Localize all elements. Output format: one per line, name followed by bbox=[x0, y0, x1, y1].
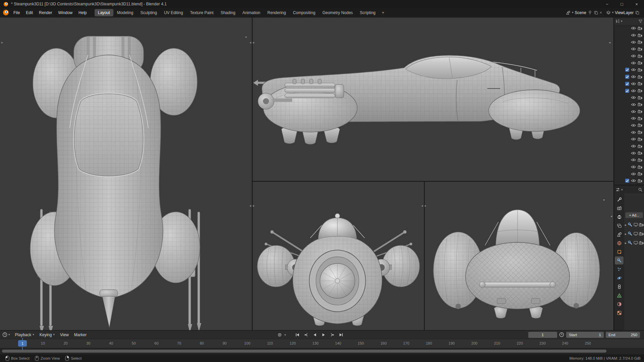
timeline-menu-keying[interactable]: Keying▾ bbox=[37, 331, 57, 339]
outliner-row[interactable] bbox=[614, 108, 644, 115]
minimize-button[interactable]: − bbox=[600, 0, 614, 8]
area-corner-arrow[interactable]: ▸ bbox=[253, 41, 255, 44]
camera-icon[interactable] bbox=[638, 26, 642, 30]
render-toggle-icon[interactable] bbox=[639, 232, 644, 236]
tab-modeling[interactable]: Modeling bbox=[114, 9, 137, 16]
tab-layout[interactable]: Layout bbox=[95, 9, 113, 16]
tab-geometry-nodes[interactable]: Geometry Nodes bbox=[319, 9, 356, 16]
add-modifier-button[interactable]: + Ad... bbox=[625, 212, 643, 218]
viewport-back-view[interactable] bbox=[425, 182, 613, 330]
outliner-row[interactable] bbox=[614, 122, 644, 129]
camera-icon[interactable] bbox=[638, 123, 642, 127]
camera-icon[interactable] bbox=[638, 40, 642, 44]
camera-icon[interactable] bbox=[638, 75, 642, 79]
camera-icon[interactable] bbox=[638, 68, 642, 72]
render-toggle-icon[interactable] bbox=[639, 223, 644, 227]
blender-logo-icon[interactable] bbox=[3, 9, 9, 16]
eye-icon[interactable] bbox=[631, 89, 636, 93]
tab-scripting[interactable]: Scripting bbox=[357, 9, 379, 16]
tab-rendering[interactable]: Rendering bbox=[264, 9, 289, 16]
tab-texture-paint[interactable]: Texture Paint bbox=[187, 9, 217, 16]
outliner-row[interactable] bbox=[614, 73, 644, 80]
outliner-row[interactable] bbox=[614, 177, 644, 184]
expand-chevron-icon[interactable]: ▸ bbox=[625, 232, 627, 236]
outliner-row[interactable] bbox=[614, 66, 644, 73]
filter-icon[interactable] bbox=[638, 19, 643, 23]
outliner-row[interactable] bbox=[614, 101, 644, 108]
tab-sculpting[interactable]: Sculpting bbox=[137, 9, 160, 16]
timeline-menu-playback[interactable]: Playback▾ bbox=[12, 331, 37, 339]
eye-icon[interactable] bbox=[631, 54, 636, 58]
properties-tab-output[interactable] bbox=[615, 213, 624, 221]
properties-tab-world[interactable] bbox=[615, 239, 624, 247]
eye-icon[interactable] bbox=[631, 158, 636, 162]
camera-icon[interactable] bbox=[638, 144, 642, 148]
camera-icon[interactable] bbox=[638, 151, 642, 155]
outliner-row[interactable] bbox=[614, 53, 644, 60]
eye-icon[interactable] bbox=[631, 34, 636, 37]
eye-icon[interactable] bbox=[631, 165, 636, 169]
properties-tab-constraints[interactable] bbox=[615, 283, 624, 291]
close-button[interactable]: × bbox=[629, 0, 644, 8]
modifier-row[interactable]: ▸ bbox=[624, 229, 644, 238]
viewport-side-view[interactable] bbox=[253, 17, 613, 181]
outliner-row[interactable] bbox=[614, 157, 644, 164]
outliner-checkbox[interactable] bbox=[625, 82, 629, 86]
play-button[interactable] bbox=[319, 331, 327, 338]
jump-to-end-button[interactable] bbox=[337, 331, 345, 338]
outliner-row[interactable] bbox=[614, 129, 644, 136]
outliner-row[interactable] bbox=[614, 87, 644, 94]
tab-compositing[interactable]: Compositing bbox=[289, 9, 319, 16]
timeline-ruler[interactable]: 1 11020304050607080901001101201301401501… bbox=[0, 339, 644, 348]
eye-icon[interactable] bbox=[631, 137, 636, 141]
outliner-row[interactable] bbox=[614, 136, 644, 143]
timeline-scrollbar[interactable] bbox=[2, 350, 606, 353]
properties-tab-physics[interactable] bbox=[615, 274, 624, 282]
outliner-row[interactable] bbox=[614, 59, 644, 66]
eye-icon[interactable] bbox=[631, 124, 636, 127]
area-corner-arrow[interactable]: ◂ bbox=[250, 204, 251, 207]
auto-keying-button[interactable] bbox=[276, 331, 284, 338]
outliner-checkbox[interactable] bbox=[625, 75, 629, 79]
properties-tab-render[interactable] bbox=[615, 204, 624, 212]
tab-uv-editing[interactable]: UV Editing bbox=[161, 9, 186, 16]
camera-icon[interactable] bbox=[638, 165, 642, 169]
eye-icon[interactable] bbox=[631, 96, 636, 99]
camera-icon[interactable] bbox=[638, 172, 642, 176]
camera-icon[interactable] bbox=[638, 96, 642, 100]
modifier-row[interactable]: ▸ bbox=[624, 238, 644, 247]
outliner-row[interactable] bbox=[614, 170, 644, 177]
pin-icon[interactable] bbox=[588, 10, 592, 15]
outliner-row[interactable] bbox=[614, 25, 644, 32]
outliner-checkbox[interactable] bbox=[625, 179, 629, 183]
menu-edit[interactable]: Edit bbox=[23, 9, 36, 16]
properties-tab-object[interactable] bbox=[615, 248, 624, 256]
properties-tab-texture[interactable] bbox=[615, 309, 624, 317]
jump-to-start-button[interactable] bbox=[293, 331, 301, 338]
preview-range-clock-icon[interactable] bbox=[559, 332, 564, 337]
start-frame-field[interactable]: Start 1 bbox=[566, 332, 604, 338]
playhead[interactable]: 1 bbox=[18, 340, 27, 347]
eye-icon[interactable] bbox=[631, 61, 636, 65]
outliner-row[interactable] bbox=[614, 164, 644, 171]
viewport-top-view[interactable] bbox=[0, 17, 252, 330]
timeline-menu-marker[interactable]: Marker bbox=[71, 331, 89, 339]
eye-icon[interactable] bbox=[631, 152, 636, 155]
eye-icon[interactable] bbox=[631, 82, 636, 85]
area-corner-arrow[interactable]: ◂ bbox=[609, 41, 610, 44]
area-corner-arrow[interactable]: ▾ bbox=[245, 36, 247, 39]
camera-icon[interactable] bbox=[638, 54, 642, 58]
menu-window[interactable]: Window bbox=[55, 9, 75, 16]
view-layer-selector[interactable]: ▾ ViewLayer bbox=[604, 10, 641, 16]
render-toggle-icon[interactable] bbox=[639, 241, 644, 245]
camera-icon[interactable] bbox=[638, 110, 642, 113]
eye-icon[interactable] bbox=[631, 172, 636, 176]
camera-icon[interactable] bbox=[638, 103, 642, 106]
camera-icon[interactable] bbox=[638, 179, 642, 183]
outliner-row[interactable] bbox=[614, 143, 644, 150]
properties-editor-icon[interactable] bbox=[615, 187, 620, 192]
properties-tab-material[interactable] bbox=[615, 300, 624, 308]
camera-icon[interactable] bbox=[638, 117, 642, 120]
eye-icon[interactable] bbox=[631, 117, 636, 120]
modifier-row[interactable]: ▸ bbox=[624, 220, 644, 229]
